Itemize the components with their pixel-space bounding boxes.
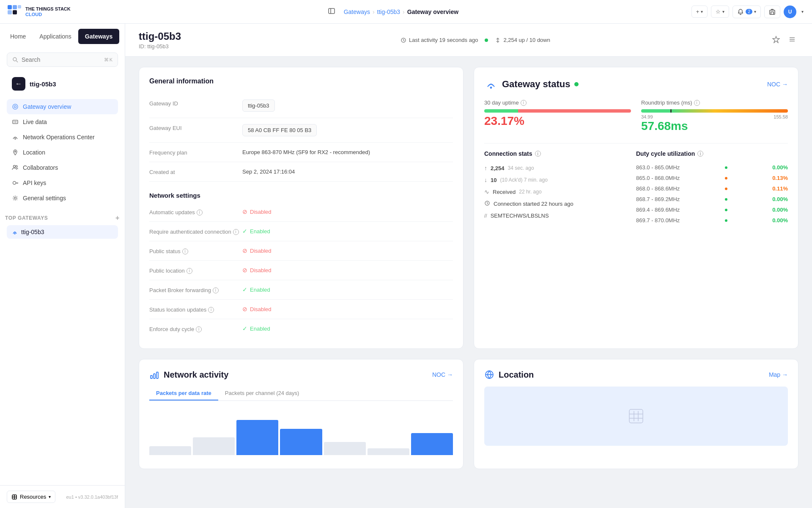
favorite-button[interactable] <box>770 33 782 47</box>
svg-point-19 <box>16 166 17 167</box>
svg-rect-0 <box>8 5 12 9</box>
duty-dot-1 <box>725 177 727 179</box>
sidebar-gateway-name: ttig-05b3 <box>30 80 56 88</box>
ns-label-packet-broker: Packet Broker forwarding i <box>149 286 242 293</box>
online-indicator <box>485 39 488 42</box>
sidebar-item-collaborators[interactable]: Collaborators <box>7 160 118 175</box>
status-online-dot <box>574 82 579 86</box>
info-row-frequency: Frequency plan Europe 863-870 MHz (SF9 f… <box>149 143 453 162</box>
svg-point-32 <box>491 87 492 88</box>
info-label-created-at: Created at <box>149 168 242 175</box>
stats-grid: Connection stats i ↑ 2,254 34 sec. ago ↓… <box>484 150 788 226</box>
sidebar-item-noc[interactable]: Network Operations Center <box>7 130 118 145</box>
network-activity-header: Network activity NOC → <box>149 370 453 380</box>
add-icon: + <box>696 8 700 15</box>
svg-point-10 <box>13 104 18 109</box>
sidebar-item-general-settings[interactable]: General settings <box>7 190 118 206</box>
duty-dot-2 <box>725 188 727 190</box>
tab-packets-channel[interactable]: Packets per channel (24 days) <box>218 387 306 400</box>
stat-row-up: ↑ 2,254 34 sec. ago <box>484 162 636 174</box>
location-map-link[interactable]: Map → <box>769 371 788 378</box>
ns-row-auth: Require authenticated connection i ✓ Ena… <box>149 222 453 241</box>
uptime-metric: 30 day uptime i 23.17% <box>484 99 631 133</box>
clock-icon <box>484 200 490 207</box>
add-gateway-icon[interactable]: + <box>115 214 120 222</box>
duty-row-3: 868.7 - 869.2MHz 0.00% <box>636 194 788 204</box>
tab-gateways[interactable]: Gateways <box>78 29 119 44</box>
bookmark-button[interactable]: ☆ ▾ <box>711 6 729 18</box>
sidebar: Home Applications Gateways ⌘ K <box>0 24 125 508</box>
menu-button[interactable] <box>786 33 798 47</box>
add-button[interactable]: + ▾ <box>691 6 708 18</box>
user-menu-button[interactable]: ▾ <box>800 8 805 16</box>
api-keys-icon <box>12 179 19 186</box>
metrics-grid: 30 day uptime i 23.17% Roundtrip times (… <box>484 99 788 133</box>
ns-label-status-location: Status location updates i <box>149 306 242 313</box>
info-icon-status-location: i <box>208 307 214 313</box>
info-icon-duty-cycle: i <box>196 326 202 332</box>
gateway-title: ttig-05b3 <box>139 30 181 42</box>
star-icon <box>772 36 780 43</box>
avatar[interactable]: U <box>784 6 796 18</box>
top-gateway-item[interactable]: ttig-05b3 <box>7 225 118 239</box>
svg-point-16 <box>15 138 16 139</box>
app-layout: THE THINGS STACK CLOUD Gateways › ttig-0… <box>0 0 812 508</box>
status-location-chip: ⊘ Disabled <box>242 306 272 312</box>
tab-packets-data-rate[interactable]: Packets per data rate <box>149 387 218 400</box>
duty-cycle-section: Duty cycle utilization i 863.0 - 865.0MH… <box>636 150 788 226</box>
logo-line1: THE THINGS STACK <box>25 6 71 11</box>
duty-pct-0: 0.00% <box>772 164 788 171</box>
notifications-button[interactable]: 2 ▾ <box>732 6 761 18</box>
add-chevron: ▾ <box>701 9 703 14</box>
building-icon <box>769 8 776 15</box>
network-activity-noc-link[interactable]: NOC → <box>432 371 453 378</box>
search-input[interactable] <box>22 56 101 63</box>
auto-updates-status: ⊘ Disabled <box>242 208 272 215</box>
search-icon <box>12 57 18 63</box>
resources-button[interactable]: Resources ▾ <box>7 491 55 503</box>
duty-row-2: 868.0 - 868.6MHz 0.11% <box>636 183 788 194</box>
ns-label-duty-cycle: Enforce duty cycle i <box>149 325 242 332</box>
frequency-value: Europe 863-870 MHz (SF9 for RX2 - recomm… <box>242 149 370 155</box>
sidebar-collapse-button[interactable] <box>324 6 339 18</box>
sidebar-label-location: Location <box>23 149 45 156</box>
svg-line-9 <box>16 61 18 63</box>
general-info-card: General information Gateway ID ttig-05b3… <box>139 67 464 349</box>
gateway-status-icon <box>484 77 498 91</box>
org-button[interactable] <box>764 6 780 18</box>
duty-row-4: 869.4 - 869.6MHz 0.00% <box>636 204 788 215</box>
svg-point-17 <box>15 151 16 152</box>
search-box[interactable]: ⌘ K <box>7 52 118 67</box>
gateway-status-card: Gateway status NOC → 30 day uptime i <box>474 67 798 349</box>
duty-row-1: 865.0 - 868.0MHz 0.13% <box>636 173 788 183</box>
search-section: ⌘ K <box>0 47 125 72</box>
info-icon-conn-stats: i <box>535 151 541 157</box>
stat-up-meta: 34 sec. ago <box>508 165 534 171</box>
sidebar-label-live-data: Live data <box>23 119 47 125</box>
ns-row-public-status: Public status i ⊘ Disabled <box>149 241 453 261</box>
notif-chevron: ▾ <box>754 9 756 14</box>
sidebar-item-live-data[interactable]: Live data <box>7 114 118 130</box>
breadcrumb-gateways[interactable]: Gateways <box>344 8 370 15</box>
network-activity-chart <box>149 408 453 458</box>
duty-dot-0 <box>725 166 727 169</box>
uptime-bar <box>484 109 631 113</box>
stat-row-connection-started: Connection started 22 hours ago <box>484 198 636 210</box>
noc-link[interactable]: NOC → <box>767 81 788 88</box>
ns-row-public-location: Public location i ⊘ Disabled <box>149 261 453 280</box>
ns-row-auto-updates: Automatic updates i ⊘ Disabled <box>149 202 453 222</box>
sidebar-item-location[interactable]: Location <box>7 145 118 160</box>
breadcrumb-gateway-id[interactable]: ttig-05b3 <box>377 8 400 15</box>
duty-dot-4 <box>725 209 727 211</box>
tab-home[interactable]: Home <box>3 29 33 44</box>
sidebar-item-gateway-overview[interactable]: Gateway overview <box>7 99 118 114</box>
info-value-gateway-eui: 58 A0 CB FF FE 80 05 B3 <box>242 124 453 136</box>
collaborators-icon <box>12 164 19 171</box>
rtt-marker <box>670 109 672 113</box>
svg-point-21 <box>14 197 16 199</box>
location-card: Location Map → <box>474 359 798 469</box>
top-actions: + ▾ ☆ ▾ 2 ▾ U <box>691 6 805 18</box>
tab-applications[interactable]: Applications <box>33 29 78 44</box>
back-button[interactable]: ← ttig-05b3 <box>7 74 118 94</box>
sidebar-item-api-keys[interactable]: API keys <box>7 175 118 190</box>
